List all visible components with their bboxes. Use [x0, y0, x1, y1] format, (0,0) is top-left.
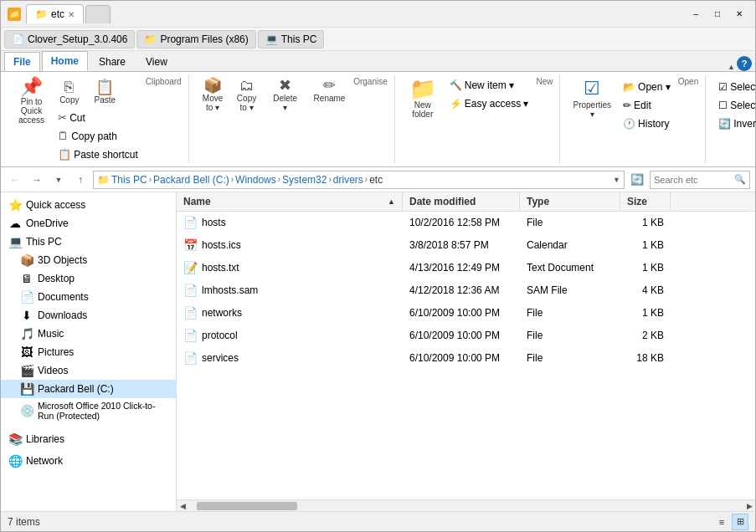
scroll-track[interactable]	[188, 502, 743, 510]
recent-btn[interactable]: ▼	[49, 171, 68, 189]
file-name: networks	[202, 307, 242, 319]
col-header-date[interactable]: Date modified	[403, 192, 520, 211]
copy-to-btn[interactable]: 🗂 Copyto ▾	[232, 75, 262, 115]
file-type: File	[520, 328, 620, 343]
help-btn[interactable]: ?	[737, 56, 752, 71]
table-row[interactable]: 📄 networks 6/10/2009 10:00 PM File 1 KB	[177, 302, 755, 325]
addr-windows[interactable]: Windows	[235, 174, 276, 186]
table-row[interactable]: 📄 protocol 6/10/2009 10:00 PM File 2 KB	[177, 325, 755, 347]
details-view-btn[interactable]: ⊞	[732, 514, 748, 530]
tab-icon: 📁	[35, 8, 48, 20]
nav-documents[interactable]: 📄 Documents	[1, 288, 176, 306]
addr-system32[interactable]: System32	[282, 174, 327, 186]
copy-btn[interactable]: ⎘ Copy	[54, 77, 85, 107]
nav-music[interactable]: 🎵 Music	[1, 325, 176, 343]
tab-view[interactable]: View	[136, 52, 177, 71]
table-row[interactable]: 📝 hosts.txt 4/13/2016 12:49 PM Text Docu…	[177, 257, 755, 279]
col-header-type[interactable]: Type	[520, 192, 620, 211]
table-row[interactable]: 📄 lmhosts.sam 4/12/2018 12:36 AM SAM Fil…	[177, 279, 755, 302]
nav-pictures[interactable]: 🖼 Pictures	[1, 343, 176, 361]
scissors-icon: ✂	[58, 111, 67, 124]
invert-icon: 🔄	[718, 118, 731, 130]
clipboard-group: 📌 Pin to Quickaccess ⎘ Copy 📋 Paste	[6, 75, 189, 163]
horizontal-scrollbar[interactable]: ◀ ▶	[177, 499, 755, 511]
addr-sep-3: ›	[278, 175, 280, 184]
tab-file[interactable]: File	[4, 52, 40, 71]
nav-libraries[interactable]: 📚 Libraries	[1, 430, 176, 448]
edit-btn[interactable]: ✏ Edit	[619, 97, 675, 114]
nav-ms-office[interactable]: 💿 Microsoft Office 2010 Click-to-Run (Pr…	[1, 398, 176, 423]
file-type: SAM File	[520, 283, 620, 298]
refresh-btn[interactable]: 🔄	[628, 171, 646, 189]
invert-selection-btn[interactable]: 🔄 Invert selection	[714, 115, 756, 132]
properties-btn[interactable]: ☑ Properties ▾	[568, 75, 615, 121]
addr-drivers[interactable]: drivers	[333, 174, 363, 186]
nav-downloads[interactable]: ⬇ Downloads	[1, 306, 176, 325]
delete-btn[interactable]: ✖ Delete ▾	[265, 75, 306, 115]
list-view-btn[interactable]: ≡	[713, 514, 730, 530]
rename-btn[interactable]: ✏ Rename	[309, 75, 350, 105]
title-bar: 📁 📁 etc ✕ – □ ✕	[1, 1, 755, 28]
new-item-btn[interactable]: 🔨 New item ▾	[445, 77, 533, 94]
select-none-btn[interactable]: ☐ Select none	[714, 97, 756, 114]
scroll-right-btn[interactable]: ▶	[743, 500, 755, 512]
history-btn[interactable]: 🕐 History	[619, 115, 675, 132]
search-box[interactable]: 🔍	[650, 171, 750, 189]
pin-to-quick-access-btn[interactable]: 📌 Pin to Quickaccess	[13, 75, 50, 127]
table-row[interactable]: 📅 hosts.ics 3/8/2018 8:57 PM Calendar 1 …	[177, 234, 755, 257]
col-header-size[interactable]: Size	[620, 192, 671, 211]
nav-network[interactable]: 🌐 Network	[1, 452, 176, 470]
tab-close-btn[interactable]: ✕	[68, 10, 75, 19]
cut-btn[interactable]: ✂ Cut	[54, 109, 142, 126]
tab-share[interactable]: Share	[90, 52, 135, 71]
nav-3d-objects[interactable]: 📦 3D Objects	[1, 251, 176, 269]
addr-packard-bell[interactable]: Packard Bell (C:)	[153, 174, 229, 186]
tab-etc[interactable]: 📁 etc ✕	[26, 4, 84, 23]
minimize-btn[interactable]: –	[687, 5, 705, 23]
open-btn[interactable]: 📂 Open ▾	[619, 79, 675, 95]
forward-btn[interactable]: →	[28, 171, 46, 189]
nav-videos[interactable]: 🎬 Videos	[1, 361, 176, 380]
paste-btn[interactable]: 📋 Paste	[88, 77, 121, 107]
col-header-name[interactable]: Name ▲	[177, 192, 403, 211]
back-btn[interactable]: ←	[6, 171, 24, 189]
paste-shortcut-btn[interactable]: 📋 Paste shortcut	[54, 146, 142, 163]
nav-this-pc[interactable]: 💻 This PC	[1, 233, 176, 251]
top-tab-thispc[interactable]: 💻 This PC	[258, 30, 325, 49]
search-input[interactable]	[654, 175, 734, 185]
top-tab-programfiles[interactable]: 📁 Program Files (x86)	[136, 30, 255, 49]
tab-home[interactable]: Home	[42, 51, 88, 71]
close-btn[interactable]: ✕	[730, 5, 748, 23]
new-tab-btn[interactable]	[85, 5, 111, 23]
addr-sep-5: ›	[365, 175, 368, 184]
move-to-btn[interactable]: 📦 Moveto ▾	[198, 75, 229, 115]
file-type: File	[520, 215, 620, 230]
file-date: 10/2/2016 12:58 PM	[403, 215, 520, 230]
table-row[interactable]: 📄 hosts 10/2/2016 12:58 PM File 1 KB	[177, 212, 755, 234]
nav-quick-access[interactable]: ⭐ Quick access	[1, 196, 176, 214]
search-icon[interactable]: 🔍	[734, 174, 746, 185]
nav-onedrive[interactable]: ☁ OneDrive	[1, 214, 176, 233]
ribbon-collapse-btn[interactable]: ▲	[728, 63, 735, 71]
select-all-btn[interactable]: ☑ Select all	[714, 79, 756, 95]
scroll-thumb[interactable]	[197, 502, 297, 510]
file-type: File	[520, 305, 620, 320]
properties-icon: ☑	[584, 78, 600, 100]
up-btn[interactable]: ↑	[71, 171, 90, 189]
maximize-btn[interactable]: □	[708, 5, 727, 23]
copy-path-btn[interactable]: 🗒 Copy path	[54, 127, 142, 145]
addr-this-pc[interactable]: This PC	[111, 174, 147, 186]
desktop-icon: 🖥	[19, 272, 34, 285]
nav-desktop[interactable]: 🖥 Desktop	[1, 269, 176, 288]
address-dropdown-btn[interactable]: ▼	[613, 176, 620, 184]
top-tab-clover[interactable]: 📄 Clover_Setup_3.0.406	[4, 30, 135, 49]
scroll-left-btn[interactable]: ◀	[177, 500, 188, 512]
new-folder-btn[interactable]: 📁 Newfolder	[404, 75, 442, 121]
nav-packard-bell[interactable]: 💾 Packard Bell (C:)	[1, 380, 176, 398]
easy-access-btn[interactable]: ⚡ Easy access ▾	[445, 95, 533, 112]
address-bar[interactable]: 📁 This PC › Packard Bell (C:) › Windows …	[93, 171, 625, 189]
file-type: Calendar	[520, 238, 620, 253]
open-icon: 📂	[623, 81, 635, 93]
table-row[interactable]: 📄 services 6/10/2009 10:00 PM File 18 KB	[177, 347, 755, 370]
new-group: 📁 Newfolder 🔨 New item ▾ ⚡ Easy access ▾	[397, 75, 561, 163]
